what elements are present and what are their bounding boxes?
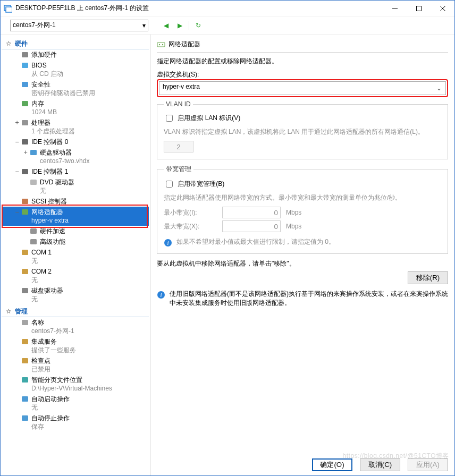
max-bandwidth-label: 最大带宽(X): bbox=[164, 222, 217, 231]
svg-rect-14 bbox=[30, 180, 37, 185]
bandwidth-help: 指定此网络适配器使用网络带宽的方式。最小带宽和最大带宽的测量单位为兆位/秒。 bbox=[164, 193, 441, 202]
svg-point-30 bbox=[162, 44, 163, 45]
hw-tree-item[interactable]: COM 2无 bbox=[2, 266, 149, 285]
tree-item-sublabel: 无 bbox=[31, 295, 147, 303]
svg-point-29 bbox=[159, 44, 160, 45]
virtual-switch-value: hyper-v extra bbox=[163, 83, 200, 90]
tree-expander[interactable]: + bbox=[13, 118, 21, 127]
tree-expander[interactable]: − bbox=[13, 167, 21, 176]
bios-icon bbox=[21, 61, 29, 70]
tree-item-sublabel: 保存 bbox=[31, 422, 147, 431]
services-icon bbox=[21, 337, 29, 346]
floppy-icon bbox=[21, 286, 29, 295]
checkpoint-icon bbox=[21, 356, 29, 365]
tree-item-label: IDE 控制器 0 bbox=[31, 138, 68, 146]
mgmt-tree-item[interactable]: 自动启动操作无 bbox=[2, 394, 149, 413]
ok-button[interactable]: 确定(O) bbox=[312, 458, 352, 471]
min-bandwidth-input[interactable] bbox=[222, 207, 281, 218]
mgmt-tree-item[interactable]: 名称centos7-外网-1 bbox=[2, 317, 149, 336]
hw-tree-item[interactable]: 添加硬件 bbox=[2, 49, 149, 60]
com-icon bbox=[21, 267, 29, 276]
toolbar: centos7-外网-1 ▾ ◀ ▶ ↻ bbox=[1, 16, 454, 35]
tree-expander[interactable]: − bbox=[13, 208, 21, 216]
bandwidth-enable-row[interactable]: 启用带宽管理(B) bbox=[164, 180, 224, 188]
smartpaging-icon bbox=[21, 376, 29, 384]
tree-expander[interactable]: − bbox=[13, 138, 21, 146]
svg-rect-8 bbox=[22, 82, 28, 87]
unit-label: Mbps bbox=[286, 209, 301, 216]
next-button[interactable]: ▶ bbox=[175, 21, 184, 30]
mgmt-tree-item[interactable]: 集成服务提供了一些服务 bbox=[2, 336, 149, 355]
svg-rect-28 bbox=[157, 42, 165, 47]
hw-tree-item[interactable]: 高级功能 bbox=[2, 236, 149, 247]
minimize-button[interactable] bbox=[383, 1, 407, 16]
com-icon bbox=[21, 248, 29, 257]
hardware-section-header: ☆ 硬件 bbox=[2, 38, 149, 49]
mgmt-tree-item[interactable]: 自动停止操作保存 bbox=[2, 413, 149, 432]
management-section-label: 管理 bbox=[15, 308, 28, 315]
hw-tree-item[interactable]: −IDE 控制器 1 bbox=[2, 166, 149, 177]
tree-item-label: DVD 驱动器 bbox=[40, 178, 74, 186]
remove-description: 要从此虚拟机中移除网络适配器，请单击"移除"。 bbox=[157, 259, 448, 268]
vlan-enable-row[interactable]: 启用虚拟 LAN 标识(V) bbox=[164, 114, 240, 122]
annotation-highlight: hyper-v extra ⌄ bbox=[157, 79, 448, 97]
tree-item-sublabel: 1 个虚拟处理器 bbox=[31, 127, 147, 135]
vswitch-label: 虚拟交换机(S): bbox=[157, 70, 448, 79]
hw-tree-item[interactable]: SCSI 控制器 bbox=[2, 196, 149, 207]
tree-item-sublabel: centos7-two.vhdx bbox=[40, 157, 147, 165]
svg-rect-15 bbox=[22, 199, 28, 204]
tree-item-label: 处理器 bbox=[31, 119, 50, 126]
tree-item-label: 智能分页文件位置 bbox=[31, 376, 82, 384]
tree-item-sublabel: 从 CD 启动 bbox=[31, 70, 147, 78]
hw-tree-item[interactable]: BIOS从 CD 启动 bbox=[2, 60, 149, 79]
app-icon bbox=[4, 4, 12, 13]
remove-button[interactable]: 移除(R) bbox=[408, 271, 448, 284]
hw-tree-item[interactable]: 内存1024 MB bbox=[2, 98, 149, 117]
hw-tree-item[interactable]: +处理器1 个虚拟处理器 bbox=[2, 117, 149, 137]
hw-tree-item[interactable]: 硬件加速 bbox=[2, 226, 149, 236]
vlan-id-input[interactable] bbox=[164, 141, 193, 152]
collapse-icon[interactable]: ☆ bbox=[6, 308, 13, 315]
mgmt-tree-item[interactable]: 检查点已禁用 bbox=[2, 355, 149, 375]
autostart-icon bbox=[21, 395, 29, 403]
bandwidth-enable-checkbox[interactable] bbox=[166, 181, 173, 188]
tree-item-label: 集成服务 bbox=[31, 338, 57, 345]
info-icon: i bbox=[157, 291, 165, 299]
hw-tree-item[interactable]: 磁盘驱动器无 bbox=[2, 285, 149, 304]
unit-label: Mbps bbox=[286, 223, 301, 230]
tree-item-label: 高级功能 bbox=[40, 238, 65, 245]
ide-icon bbox=[21, 167, 29, 176]
prev-button[interactable]: ◀ bbox=[161, 21, 171, 30]
svg-rect-20 bbox=[22, 269, 28, 274]
hw-tree-item[interactable]: 安全性密钥存储驱动器已禁用 bbox=[2, 79, 149, 98]
svg-rect-21 bbox=[22, 288, 28, 293]
hw-tree-item[interactable]: −网络适配器hyper-v extra bbox=[2, 207, 149, 226]
svg-rect-24 bbox=[22, 358, 28, 363]
refresh-button[interactable]: ↻ bbox=[193, 21, 203, 30]
window-titlebar: DESKTOP-PE5F1LB 上 centos7-外网-1 的设置 bbox=[1, 1, 454, 16]
max-bandwidth-input[interactable] bbox=[222, 220, 281, 232]
tree-expander[interactable]: + bbox=[22, 148, 29, 157]
hw-tree-item[interactable]: DVD 驱动器无 bbox=[2, 177, 149, 196]
vm-selector[interactable]: centos7-外网-1 ▾ bbox=[10, 20, 148, 31]
apply-button[interactable]: 应用(A) bbox=[408, 458, 448, 471]
tree-item-label: 检查点 bbox=[31, 357, 50, 364]
svg-rect-12 bbox=[30, 150, 37, 155]
scsi-icon bbox=[21, 197, 29, 206]
window-title: DESKTOP-PE5F1LB 上 centos7-外网-1 的设置 bbox=[15, 4, 149, 13]
nic-icon bbox=[21, 208, 29, 216]
tree-item-label: 名称 bbox=[31, 319, 44, 326]
hw-tree-item[interactable]: +硬盘驱动器centos7-two.vhdx bbox=[2, 147, 149, 166]
svg-rect-13 bbox=[22, 169, 28, 174]
virtual-switch-select[interactable]: hyper-v extra bbox=[159, 81, 446, 95]
mgmt-tree-item[interactable]: 智能分页文件位置D:\Hyper-V\Virtual-Machines bbox=[2, 375, 149, 394]
dvd-icon bbox=[29, 178, 38, 186]
maximize-button[interactable] bbox=[407, 1, 431, 16]
close-button[interactable] bbox=[431, 1, 454, 16]
collapse-icon[interactable]: ☆ bbox=[6, 40, 13, 47]
hw-tree-item[interactable]: −IDE 控制器 0 bbox=[2, 137, 149, 147]
hw-tree-item[interactable]: COM 1无 bbox=[2, 247, 149, 266]
settings-tree: ☆ 硬件 添加硬件BIOS从 CD 启动安全性密钥存储驱动器已禁用内存1024 … bbox=[1, 35, 150, 475]
cancel-button[interactable]: 取消(C) bbox=[360, 458, 400, 471]
vlan-enable-checkbox[interactable] bbox=[166, 115, 173, 122]
